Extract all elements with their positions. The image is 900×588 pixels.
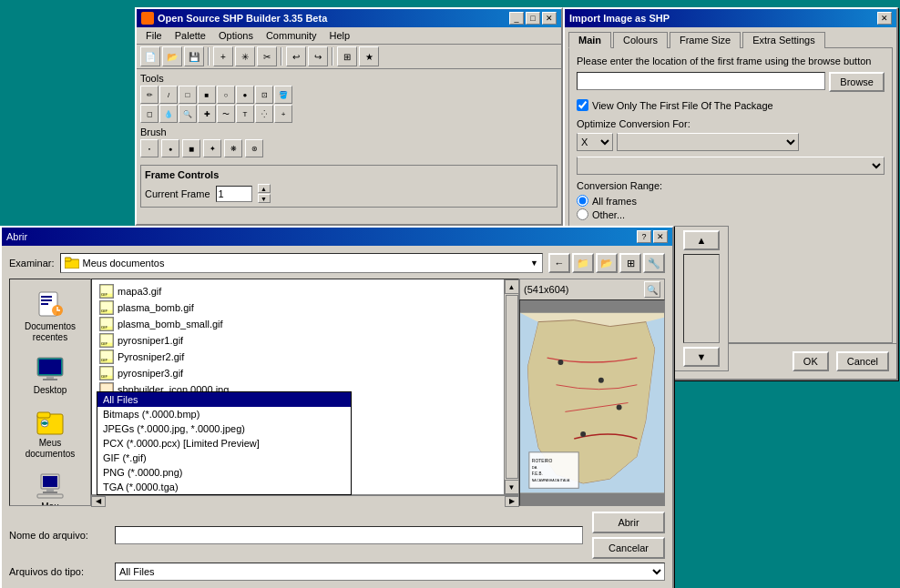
toolbar-open[interactable]: 📂 <box>162 46 182 66</box>
current-frame-input[interactable] <box>216 186 252 202</box>
tab-extra-settings[interactable]: Extra Settings <box>742 32 824 48</box>
tool-eraser[interactable]: ◻ <box>140 105 159 123</box>
ok-button[interactable]: OK <box>793 351 829 371</box>
toolbar-add[interactable]: + <box>213 46 233 66</box>
menu-palette[interactable]: Palette <box>169 29 211 42</box>
filetype-tga[interactable]: TGA (*.0000.tga) <box>97 480 351 494</box>
tool-select-rect[interactable]: ⊡ <box>255 86 273 104</box>
toolbar-cut[interactable]: ✂ <box>257 46 277 66</box>
filetype-jpegs[interactable]: JPEGs (*.0000.jpg, *.0000.jpeg) <box>97 421 351 436</box>
tool-pencil[interactable]: ✏ <box>140 86 159 104</box>
scroll-down-arrow[interactable]: ▼ <box>505 480 519 494</box>
maximize-button[interactable]: □ <box>526 12 540 25</box>
menu-options[interactable]: Options <box>213 29 259 42</box>
toolbar-save[interactable]: 💾 <box>184 46 204 66</box>
tool-fill-circle[interactable]: ● <box>236 86 254 104</box>
brush-cross[interactable]: ✦ <box>203 139 221 157</box>
mycomputer-icon <box>36 471 65 500</box>
file-item-0[interactable]: GIFmapa3.gif <box>96 283 500 299</box>
filetype-png[interactable]: PNG (*.0000.png) <box>97 465 351 480</box>
h-scroll-right[interactable]: ▶ <box>505 496 519 507</box>
brush-custom[interactable]: ⊛ <box>245 139 263 157</box>
brush-dot-sm[interactable]: ● <box>140 139 159 157</box>
tool-extra[interactable]: + <box>274 105 292 123</box>
tab-colours[interactable]: Colours <box>613 32 668 48</box>
frame-up-btn[interactable]: ▲ <box>258 184 271 193</box>
menu-file[interactable]: File <box>140 29 168 42</box>
toolbar-redo[interactable]: ↪ <box>308 46 328 66</box>
scroll-thumb[interactable] <box>506 295 518 479</box>
title-bar-buttons: _ □ ✕ <box>509 12 557 25</box>
preview-zoom-btn[interactable]: 🔍 <box>644 281 660 298</box>
extra-up-btn[interactable]: ▲ <box>683 230 720 250</box>
filetype-select[interactable]: All Files Bitmaps (*.0000.bmp) JPEGs (*.… <box>115 563 665 581</box>
tipo-label: Arquivos do tipo: <box>9 566 109 577</box>
nav-view-btn[interactable]: ⊞ <box>619 253 641 273</box>
file-item-3[interactable]: GIFpyrosniper1.gif <box>96 332 500 349</box>
path-combo[interactable]: Meus documentos ▼ <box>60 253 543 273</box>
menu-community[interactable]: Community <box>261 29 322 42</box>
tool-line[interactable]: / <box>159 86 178 104</box>
filetype-all-files[interactable]: All Files <box>97 392 351 407</box>
tool-eyedrop[interactable]: 💧 <box>159 105 178 123</box>
radio-all-frames-input[interactable] <box>577 195 588 207</box>
filename-input[interactable] <box>115 526 583 544</box>
shortcut-desktop[interactable]: Desktop <box>14 350 87 400</box>
tool-move[interactable]: ✚ <box>198 105 216 123</box>
brush-dot-md[interactable]: ● <box>161 139 179 157</box>
nav-back-btn[interactable]: ← <box>548 253 570 273</box>
toolbar-select[interactable]: ✳ <box>235 46 255 66</box>
abrir-close-btn[interactable]: ✕ <box>653 230 668 243</box>
file-icon-4: GIF <box>99 350 114 364</box>
file-item-4[interactable]: GIFPyrosniper2.gif <box>96 349 500 365</box>
tool-bucket[interactable]: 🪣 <box>274 86 292 104</box>
tool-circle[interactable]: ○ <box>217 86 235 104</box>
toolbar-star[interactable]: ★ <box>359 46 379 66</box>
scroll-up-arrow[interactable]: ▲ <box>505 279 519 294</box>
filetype-pcx[interactable]: PCX (*.0000.pcx) [Limited Preview] <box>97 436 351 451</box>
shortcut-recent[interactable]: Documentos recentes <box>14 287 87 347</box>
nav-new-folder-btn[interactable]: 📂 <box>596 253 618 273</box>
file-item-5[interactable]: GIFpyrosniper3.gif <box>96 365 500 381</box>
frame-down-btn[interactable]: ▼ <box>258 194 271 203</box>
brush-square[interactable]: ■ <box>182 139 200 157</box>
tool-zoom[interactable]: 🔍 <box>179 105 197 123</box>
shortcut-mydocs[interactable]: Meus documentos <box>14 403 87 463</box>
optimize-select-secondary[interactable] <box>577 157 885 175</box>
optimize-select-main[interactable] <box>617 133 799 151</box>
tool-fill-rect[interactable]: ■ <box>198 86 216 104</box>
file-item-1[interactable]: GIFplasma_bomb.gif <box>96 299 500 316</box>
browse-button[interactable]: Browse <box>829 72 885 92</box>
close-button[interactable]: ✕ <box>542 12 557 25</box>
browse-path-input[interactable] <box>577 72 825 90</box>
abrir-button[interactable]: Abrir <box>592 512 665 533</box>
nav-tools-btn[interactable]: 🔧 <box>643 253 665 273</box>
brush-flower[interactable]: ❋ <box>224 139 242 157</box>
minimize-button[interactable]: _ <box>509 12 524 25</box>
tool-spray[interactable]: ⁛ <box>255 105 273 123</box>
extra-down-btn[interactable]: ▼ <box>683 347 720 367</box>
optimize-select-x[interactable]: X <box>577 133 613 151</box>
file-item-2[interactable]: GIFplasma_bomb_small.gif <box>96 316 500 332</box>
radio-other-input[interactable] <box>577 208 588 220</box>
toolbar-grid[interactable]: ⊞ <box>337 46 357 66</box>
cancel-button[interactable]: Cancel <box>836 351 889 371</box>
tab-main[interactable]: Main <box>568 32 611 48</box>
h-scroll-left[interactable]: ◀ <box>91 496 106 507</box>
filetype-gif[interactable]: GIF (*.gif) <box>97 451 351 465</box>
menu-help[interactable]: Help <box>324 29 356 42</box>
toolbar-new[interactable]: 📄 <box>140 46 160 66</box>
tool-text[interactable]: T <box>236 105 254 123</box>
tool-curve[interactable]: 〜 <box>217 105 235 123</box>
nav-up-btn[interactable]: 📁 <box>572 253 594 273</box>
tab-frame-size[interactable]: Frame Size <box>670 32 741 48</box>
import-close-button[interactable]: ✕ <box>877 12 892 25</box>
cancelar-button[interactable]: Cancelar <box>592 537 665 559</box>
filetype-bitmaps[interactable]: Bitmaps (*.0000.bmp) <box>97 407 351 421</box>
first-file-checkbox[interactable] <box>577 99 588 111</box>
shortcut-mycomputer[interactable]: Meu computador <box>14 467 87 506</box>
abrir-help-btn[interactable]: ? <box>637 230 651 243</box>
tool-rect[interactable]: □ <box>179 86 197 104</box>
action-buttons: Abrir Cancelar <box>592 512 665 559</box>
toolbar-undo[interactable]: ↩ <box>286 46 306 66</box>
